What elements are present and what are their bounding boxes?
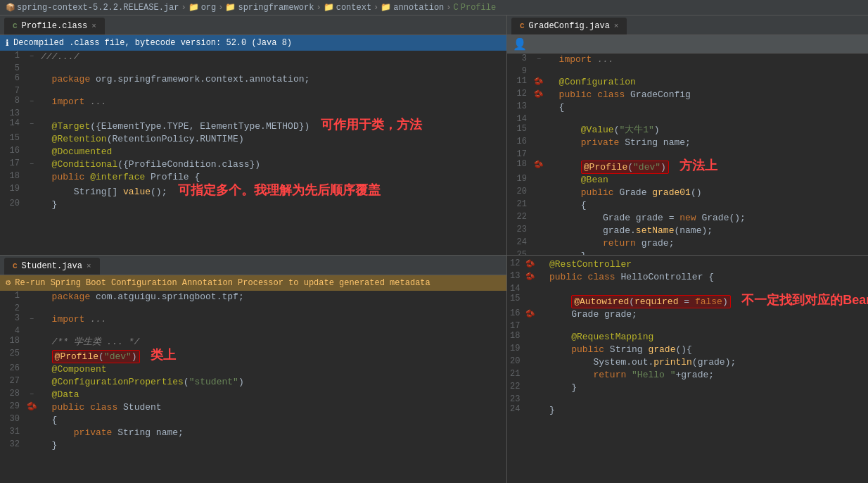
gutter: 🫘 [525,258,535,271]
gutter [25,108,38,118]
table-row: 31 private String name; [0,427,506,439]
gutter: 🫘 [532,159,545,174]
table-row: 2 [0,303,506,313]
line-num: 15 [507,124,532,137]
gradeconfig-tab-close[interactable]: × [614,22,619,30]
table-row: 20 } [0,199,506,211]
gutter-fold[interactable]: − [25,96,38,108]
student-java-panel: C Student.java × ⚙ Re-run Spring Boot Co… [0,256,506,483]
code-line [38,86,506,96]
gutter [525,344,535,356]
table-row: 22 Grade grade = new Grade(); [507,212,868,225]
gutter [25,171,38,184]
breadcrumb-springframework[interactable]: springframework [238,3,314,13]
line-num: 14 [507,114,532,124]
gutter-fold[interactable]: − [25,51,38,63]
table-row: 8 − import ... [0,96,506,108]
table-row: 18 /** 学生类 ... */ [0,336,506,349]
table-row: 15 @Retention(RetentionPolicy.RUNTIME) [0,133,506,146]
code-line: @Component [38,363,506,376]
breadcrumb-profile[interactable]: Profile [461,3,496,13]
breadcrumb-org[interactable]: org [201,3,217,13]
code-line: return "Hello "+grade; [535,369,868,382]
profile-tab-close[interactable]: × [91,22,96,30]
table-row: 19 @Bean [507,174,868,187]
code-line: @Profile("dev") 方法上 [545,159,868,174]
table-row: 25 } [507,250,868,255]
code-line: import ... [38,96,506,108]
table-row: 24 } [507,404,868,417]
folder-icon-org: 📁 [189,2,199,13]
student-java-tab[interactable]: C Student.java × [4,258,100,275]
code-line: public class HelloController { [535,271,868,284]
student-tab-close[interactable]: × [87,262,91,270]
line-num: 18 [0,336,25,349]
code-line: } [545,250,868,255]
bean-icon-hello: 🫘 [525,272,535,281]
gutter [25,133,38,146]
profile-class-tab[interactable]: C Profile.class × [4,18,105,34]
gutter [532,199,545,212]
main-layout: C Profile.class × ℹ Decompiled .class fi… [0,15,868,483]
code-line: import ... [38,313,506,326]
line-num: 17 [0,158,25,171]
gutter-fold[interactable]: − [25,389,38,401]
table-row: 23 [507,394,868,404]
gutter-fold[interactable]: − [25,313,38,326]
gutter-fold[interactable]: − [25,158,38,171]
code-line [545,114,868,124]
bean-icon-grade: 🫘 [525,310,535,318]
folder-icon-ann: 📁 [381,2,391,13]
table-row: 23 grade.setName(name); [507,225,868,237]
gradeconfig-tab[interactable]: C GradeConfig.java × [511,18,627,34]
line-num: 19 [507,344,525,356]
gutter [25,146,38,158]
table-row: 5 [0,63,506,73]
line-num: 5 [0,63,25,73]
table-row: 15 @Autowired(required = false) 不一定找到对应的… [507,294,868,308]
gutter [25,303,38,313]
table-row: 11 🫘 @Configuration [507,76,868,89]
student-java-tab-label: Student.java [22,261,82,271]
gutter-fold[interactable]: − [532,54,545,66]
gradeconfig-code-area[interactable]: 3 − import ... 9 11 🫘 [507,54,868,255]
info-icon: ℹ [6,38,9,49]
line-num: 4 [0,326,25,336]
code-line: @Autowired(required = false) 不一定找到对应的Bea… [535,294,868,308]
line-num: 29 [0,401,25,414]
table-row: 18 @RequestMapping [507,331,868,344]
gradeconfig-panel: C GradeConfig.java × 👤 3 − import [507,15,868,256]
profile-class-tab-label: Profile.class [22,21,88,31]
code-line: public class GradeConfig [545,89,868,101]
gutter [25,336,38,349]
code-line: return grade; [545,237,868,250]
code-line [38,326,506,336]
sep2: › [218,3,223,13]
gutter [532,114,545,124]
line-num: 2 [0,303,25,313]
student-code-area[interactable]: 1 package com.atguigu.springboot.tpf; 2 … [0,291,506,483]
table-row: 4 [0,326,506,336]
line-num: 18 [0,171,25,184]
table-row: 7 [0,86,506,96]
table-row: 24 return grade; [507,237,868,250]
table-row: 13 { [507,101,868,114]
hellocontroller-code-area[interactable]: 12 🫘 @RestController 13 🫘 public c [507,256,868,483]
gutter: 🫘 [525,271,535,284]
gutter [532,137,545,149]
table-row: 27 @ConfigurationProperties("student") [0,376,506,389]
gradeconfig-tab-bar: C GradeConfig.java × [507,15,868,35]
gutter-fold[interactable]: − [25,118,38,133]
breadcrumb-context[interactable]: context [336,3,371,13]
line-num: 31 [0,427,25,439]
breadcrumb-jar[interactable]: spring-context-5.2.2.RELEASE.jar [17,3,179,13]
table-row: 16 private String name; [507,137,868,149]
code-line: } [535,382,868,394]
gutter [525,394,535,404]
gutter [525,382,535,394]
gutter [525,284,535,294]
line-num: 23 [507,394,525,404]
profile-code-area[interactable]: 1 − ///.../ 5 6 package org.spr [0,51,506,255]
gutter [25,414,38,427]
breadcrumb-annotation[interactable]: annotation [393,3,444,13]
